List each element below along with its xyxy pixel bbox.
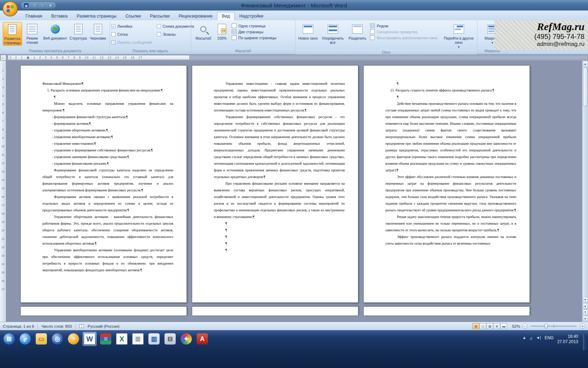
show-hidden-icons-button[interactable]: ▲ (522, 334, 526, 340)
web-layout-button[interactable]: Веб-документ (42, 22, 68, 41)
group-label-show-hide: Показать или скрыть (110, 48, 191, 54)
checkbox-document-map[interactable]: Схема документа (157, 23, 194, 29)
checkbox-ruler[interactable]: ✓Линейка (111, 23, 152, 29)
tab-mailings[interactable]: Рассылки (145, 12, 174, 20)
taskbar-word-icon[interactable]: W (83, 332, 97, 346)
scroll-up-button[interactable]: ▲ (583, 61, 588, 67)
taskbar-adobe-reader-icon[interactable]: A (195, 332, 209, 346)
tab-stop-selector[interactable]: ∟ (0, 55, 6, 61)
taskbar-folder-explorer-icon[interactable]: ▭ (34, 332, 48, 346)
vertical-scrollbar[interactable]: ▲ ⏶ ● ⏷ ▼ (582, 61, 588, 322)
taskbar-paint-icon[interactable]: ✦ (179, 332, 193, 346)
taskbar-excel-icon[interactable]: X (115, 332, 129, 346)
paragraph: Управление оборотными активами - важнейш… (42, 213, 173, 247)
tab-review[interactable]: Рецензирование (174, 12, 217, 20)
taskbar-calculator-icon[interactable]: ⊟ (163, 332, 177, 346)
window-titlebar: ↺ ↻ ▾ Финансовый Менеджмент - Microsoft … (0, 0, 588, 11)
page-width-icon (232, 35, 237, 40)
vertical-ruler[interactable]: 1234567891011121314151617181920212223242… (0, 61, 6, 322)
full-screen-reading-button[interactable]: Режим чтения (23, 22, 42, 45)
paragraph: Управление внеоборотными активами (основ… (42, 247, 173, 273)
volume-icon[interactable]: ◄) (536, 334, 541, 340)
view-print-layout-button[interactable]: ▤ (472, 323, 479, 329)
group-document-views: Разметка страницы Режим чтения Веб-докум… (1, 21, 110, 54)
status-page-number[interactable]: Страница: 1 из 6 (3, 324, 34, 328)
refmag-email: admin@refmag.ru (498, 41, 584, 48)
office-logo-icon (7, 5, 14, 12)
view-draft-button[interactable]: ▬ (500, 323, 507, 329)
horizontal-ruler-extension (190, 55, 588, 60)
tab-references[interactable]: Ссылки (121, 12, 145, 20)
checkbox-message-bar: Панель сообщений (111, 39, 152, 45)
arrange-all-button[interactable]: Упорядочить все (319, 22, 346, 45)
two-pages-button[interactable]: Две страницы (232, 29, 276, 34)
new-window-button[interactable]: Новое окно (298, 22, 318, 41)
print-layout-button[interactable]: Разметка страницы (3, 22, 22, 46)
previous-page-button[interactable]: ⏶ (583, 297, 588, 302)
outline-icon (72, 23, 84, 35)
taskbar-winrar-icon[interactable]: ≡ (99, 332, 113, 346)
taskbar-database-tool-icon[interactable]: ▥ (147, 332, 161, 346)
clock[interactable]: 16:40 27.07.2013 (557, 334, 580, 345)
switch-windows-icon (453, 23, 465, 35)
view-full-screen-button[interactable]: ▢ (479, 323, 486, 329)
zoom-slider[interactable] (531, 326, 576, 327)
select-browse-object-button[interactable]: ● (583, 303, 588, 309)
taskbar-browser-blue-icon[interactable]: ◎ (50, 332, 64, 346)
split-button[interactable]: Разделить (347, 22, 368, 41)
document-page-3[interactable]: ¶23. Раскрыть сущность понятия эффекта п… (363, 65, 530, 303)
zoom-button[interactable]: Масштаб (193, 22, 214, 41)
status-word-count[interactable]: Число слов: 893 (41, 324, 72, 328)
paragraph: Эффект производственного рычага поддаетс… (385, 233, 516, 247)
zoom-out-button[interactable]: − (522, 323, 527, 329)
view-side-by-side-button[interactable]: Рядом (370, 23, 440, 28)
outline-view-button[interactable]: Структура (69, 22, 88, 41)
language-indicator[interactable]: ENG (545, 334, 554, 340)
zoom-in-button[interactable]: + (580, 323, 585, 329)
network-icon[interactable]: ⣴ (530, 334, 532, 340)
office-button[interactable] (2, 1, 18, 16)
page-width-button[interactable]: По ширине страницы (232, 35, 276, 40)
checkbox-gridlines[interactable]: Сетка (111, 31, 152, 37)
next-page-button[interactable]: ⏷ (583, 309, 588, 315)
paragraph: Формирование финансовой структуры капита… (42, 167, 173, 193)
taskbar-outlook-icon[interactable]: ◔ (66, 332, 80, 346)
scrollbar-thumb[interactable] (583, 68, 588, 106)
one-page-icon (232, 23, 237, 28)
status-language[interactable]: Русский (Россия) (88, 324, 119, 328)
paragraph: ¶ (42, 94, 173, 100)
view-outline-button[interactable]: ≣ (493, 323, 500, 329)
horizontal-ruler[interactable]: 3 · 2 · 1 · ▣ · 1 · 2 · 3 · 4 · 5 · 6 · … (8, 55, 190, 60)
scroll-down-button[interactable]: ▼ (583, 316, 588, 321)
document-page-next-row-3[interactable] (363, 306, 530, 315)
tab-page-layout[interactable]: Разметка страницы (72, 12, 121, 20)
document-page-1[interactable]: Финансовый Менеджмент¶5. Раскрыть основн… (20, 65, 187, 303)
tab-home[interactable]: Главная (21, 12, 47, 20)
tab-view[interactable]: Вид (217, 12, 235, 20)
view-web-layout-button[interactable]: ▧ (486, 323, 493, 329)
document-page-next-row-2[interactable] (192, 306, 358, 315)
switch-windows-button[interactable]: Перейти в другое окно (442, 22, 475, 49)
paragraph: ¶ (214, 227, 345, 233)
document-page-next-row-1[interactable] (20, 306, 187, 315)
zoom-slider-knob[interactable] (545, 324, 548, 328)
group-label-zoom: Масштаб (191, 48, 295, 54)
tab-addins[interactable]: Надстройки (235, 12, 268, 20)
draft-icon (92, 23, 104, 35)
print-layout-icon (6, 23, 18, 35)
taskbar-internet-explorer-icon[interactable]: e (18, 332, 32, 346)
document-page-2[interactable]: Управление инвестициями - главная задача… (192, 65, 358, 303)
draft-view-button[interactable]: Черновик (89, 22, 107, 41)
taskbar-start-button-icon[interactable]: ⊞ (2, 332, 16, 346)
tab-insert[interactable]: Вставка (47, 12, 72, 20)
paragraph: Можно выделить основные направления упра… (42, 100, 173, 114)
one-page-button[interactable]: Одна страница (232, 23, 276, 28)
checkbox-thumbnails[interactable]: Эскизы (157, 31, 194, 37)
taskbar-notepad-icon[interactable]: ≣ (131, 332, 145, 346)
show-desktop-button[interactable] (583, 334, 587, 350)
paragraph: Этот эффект обусловлен различной степень… (385, 173, 516, 213)
window-title: Финансовый Менеджмент - Microsoft Word (0, 2, 588, 8)
zoom-100-button[interactable]: 100% (214, 22, 230, 41)
zoom-level-label[interactable]: 52% (512, 324, 520, 328)
paragraph: Финансовый Менеджмент¶ (42, 80, 173, 87)
